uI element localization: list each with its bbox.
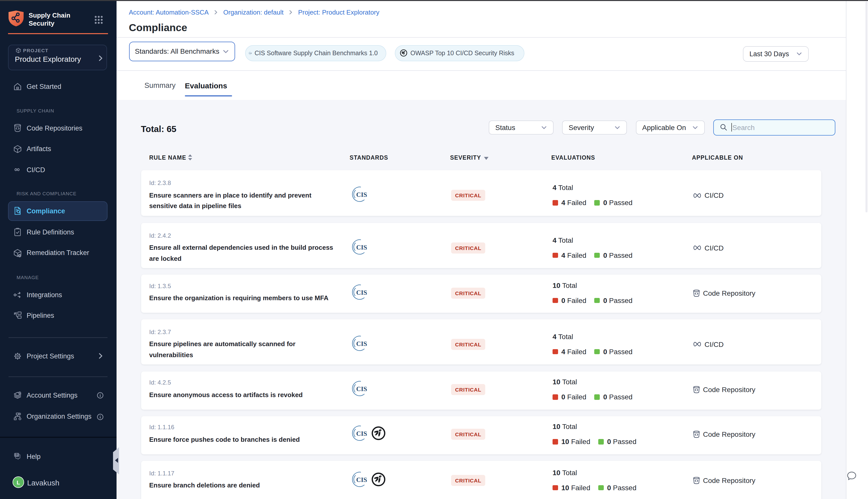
svg-text:CIS: CIS xyxy=(356,191,367,198)
svg-text:?: ? xyxy=(15,453,17,457)
svg-text:CIS: CIS xyxy=(356,289,367,296)
svg-text:CIS: CIS xyxy=(356,385,367,392)
svg-text:CIS: CIS xyxy=(356,430,367,437)
svg-text:CIS: CIS xyxy=(250,52,251,54)
svg-text:CIS: CIS xyxy=(356,476,367,483)
svg-text:CIS: CIS xyxy=(356,340,367,347)
svg-text:CIS: CIS xyxy=(356,243,367,251)
